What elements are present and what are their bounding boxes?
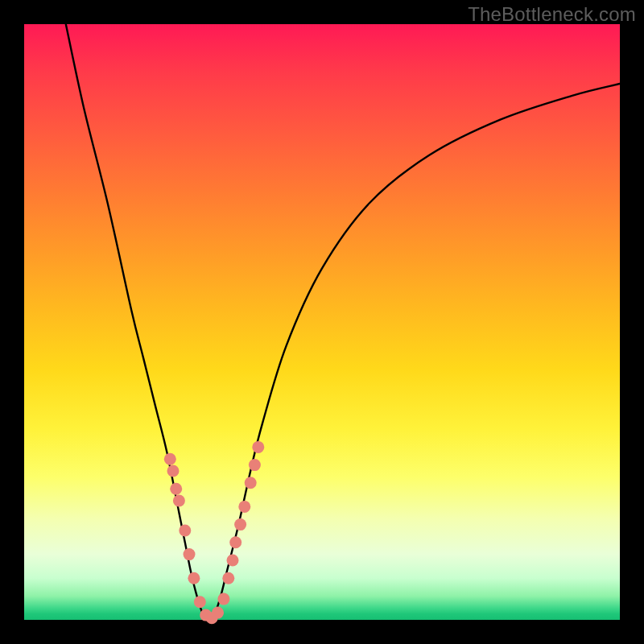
data-point xyxy=(212,607,224,619)
data-point xyxy=(164,453,176,465)
watermark-text: TheBottleneck.com xyxy=(468,3,636,26)
data-point xyxy=(238,501,250,513)
data-point xyxy=(229,536,242,548)
data-point xyxy=(179,525,191,537)
data-point xyxy=(249,459,261,471)
data-point xyxy=(184,548,196,560)
data-point xyxy=(173,495,185,507)
chart-frame: TheBottleneck.com xyxy=(0,0,644,644)
bottleneck-curve xyxy=(66,24,620,620)
data-point xyxy=(217,593,229,605)
data-point xyxy=(252,441,264,453)
data-points xyxy=(164,441,264,624)
data-point xyxy=(227,555,239,567)
data-point xyxy=(234,518,246,530)
data-point xyxy=(170,483,182,495)
data-point xyxy=(188,572,200,584)
data-point xyxy=(245,477,257,489)
plot-area xyxy=(24,24,620,620)
data-point xyxy=(167,465,180,477)
data-point xyxy=(194,596,206,608)
curve-layer xyxy=(24,24,620,620)
data-point xyxy=(222,572,234,584)
